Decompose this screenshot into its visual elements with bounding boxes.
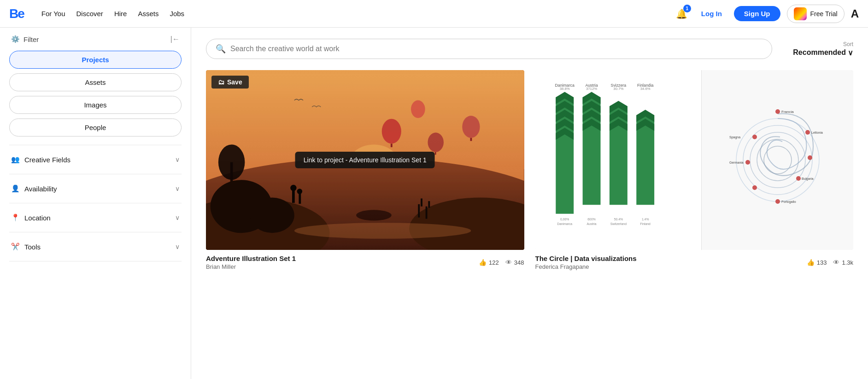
availability-section[interactable]: 👤 Availability ∨: [9, 178, 182, 199]
sort-chevron-icon: ∨: [848, 48, 853, 57]
svg-text:Danimarca: Danimarca: [557, 222, 572, 225]
card-1-views-count: 348: [514, 259, 524, 266]
svg-point-24: [356, 210, 392, 220]
svg-point-69: [808, 155, 812, 160]
sidebar-tabs: Projects Assets Images People: [9, 51, 182, 136]
availability-icon: 👤: [11, 184, 20, 193]
save-button-card-1[interactable]: 🗂 Save: [211, 76, 249, 89]
card-2-views-count: 1.3k: [842, 259, 853, 266]
like-icon: 👍: [479, 259, 487, 266]
nav-right-actions: 🔔 1 Log In Sign Up Free Trial A: [674, 5, 859, 23]
card1-illustration: [206, 70, 524, 250]
projects-grid: 🗂 Save Link to project - Adventure Illus…: [206, 70, 853, 270]
card-1-info: Adventure Illustration Set 1 Brian Mille…: [206, 255, 296, 270]
bar-chart-svg: Danimarca 38.8% Austria 3712% Svizzera 3…: [543, 79, 694, 241]
collapse-sidebar-button[interactable]: |←: [170, 35, 180, 43]
search-bar[interactable]: 🔍: [206, 39, 772, 59]
svg-point-15: [218, 144, 245, 180]
nav-for-you[interactable]: For You: [41, 10, 65, 18]
svg-point-70: [796, 176, 801, 181]
like-icon-2: 👍: [807, 259, 815, 266]
svg-text:3712%: 3712%: [586, 87, 597, 91]
sort-select[interactable]: Recommended ∨: [793, 48, 853, 57]
card-2-stats: 👍 133 👁 1.3k: [807, 259, 853, 266]
tools-chevron-icon: ∨: [175, 243, 180, 250]
svg-rect-7: [470, 138, 472, 141]
svg-point-19: [297, 189, 303, 194]
creative-fields-icon: 👥: [11, 155, 20, 164]
creative-fields-section[interactable]: 👥 Creative Fields ∨: [9, 149, 182, 170]
tab-images[interactable]: Images: [9, 96, 182, 114]
behance-logo[interactable]: Be: [9, 6, 24, 21]
svg-point-77: [752, 135, 757, 139]
card-1-title: Adventure Illustration Set 1: [206, 255, 296, 262]
svg-point-4: [428, 133, 444, 152]
svg-point-13: [250, 198, 294, 233]
nav-assets[interactable]: Assets: [138, 10, 158, 18]
svg-text:30.7%: 30.7%: [613, 87, 623, 91]
svg-rect-21: [421, 198, 422, 206]
creative-fields-label: Creative Fields: [24, 156, 70, 164]
card-1-author[interactable]: Brian Miller: [206, 263, 296, 270]
spiral-svg: Francia Lettonia Bulgaria Portogallo: [727, 77, 828, 243]
card-1-meta: Adventure Illustration Set 1 Brian Mille…: [206, 255, 524, 270]
card2-dataviz: Danimarca 38.8% Austria 3712% Svizzera 3…: [535, 70, 854, 250]
card-2-author[interactable]: Federica Fragapane: [535, 263, 637, 270]
signup-button[interactable]: Sign Up: [734, 6, 780, 21]
svg-rect-18: [299, 193, 301, 204]
svg-point-74: [752, 185, 757, 190]
nav-discover[interactable]: Discover: [76, 10, 103, 18]
content-area: 🔍 Sort Recommended ∨: [191, 28, 868, 379]
card1-svg: [206, 70, 524, 250]
tab-people[interactable]: People: [9, 118, 182, 136]
sidebar-divider-3: [9, 203, 182, 203]
filter-label-container: ⚙️ Filter: [11, 35, 39, 43]
svg-text:0,00%: 0,00%: [560, 218, 569, 221]
svg-point-75: [745, 160, 750, 165]
creative-fields-chevron-icon: ∨: [175, 156, 180, 163]
card-1-likes-count: 122: [489, 259, 499, 266]
tools-section[interactable]: ✂️ Tools ∨: [9, 236, 182, 257]
svg-text:Francia: Francia: [781, 110, 794, 114]
card-2-likes-count: 133: [817, 259, 827, 266]
svg-rect-3: [391, 144, 393, 148]
location-section[interactable]: 📍 Location ∨: [9, 207, 182, 228]
tools-label: Tools: [24, 243, 41, 251]
filter-header: ⚙️ Filter |←: [9, 35, 182, 43]
card2-barchart: Danimarca 38.8% Austria 3712% Svizzera 3…: [535, 70, 702, 250]
notification-badge: 1: [683, 5, 691, 12]
svg-text:Bulgaria: Bulgaria: [802, 177, 814, 181]
project-card-2[interactable]: Danimarca 38.8% Austria 3712% Svizzera 3…: [535, 70, 854, 270]
svg-text:Switzerland: Switzerland: [610, 222, 626, 225]
free-trial-button[interactable]: Free Trial: [787, 5, 845, 23]
card2-spiral: Francia Lettonia Bulgaria Portogallo: [702, 70, 853, 250]
sidebar-divider-2: [9, 174, 182, 174]
location-label: Location: [24, 214, 51, 222]
nav-hire[interactable]: Hire: [114, 10, 127, 18]
svg-point-8: [411, 101, 425, 118]
tab-assets[interactable]: Assets: [9, 73, 182, 91]
svg-rect-16: [292, 190, 295, 203]
svg-text:Austria: Austria: [586, 222, 596, 225]
svg-rect-5: [435, 152, 436, 155]
notification-button[interactable]: 🔔 1: [674, 6, 689, 21]
svg-rect-20: [418, 204, 420, 218]
sort-area: Sort Recommended ∨: [780, 41, 853, 57]
sidebar-divider-1: [9, 145, 182, 145]
nav-jobs[interactable]: Jobs: [170, 10, 184, 18]
top-navigation: Be For You Discover Hire Assets Jobs 🔔 1…: [0, 0, 868, 28]
project-card-1[interactable]: 🗂 Save Link to project - Adventure Illus…: [206, 70, 524, 270]
svg-text:1.4%: 1.4%: [641, 218, 649, 221]
svg-point-25: [294, 223, 471, 239]
eye-icon-2: 👁: [833, 259, 839, 266]
adobe-creative-icon: [794, 7, 807, 20]
svg-point-64: [764, 146, 792, 174]
login-button[interactable]: Log In: [696, 7, 727, 20]
availability-chevron-icon: ∨: [175, 185, 180, 192]
tools-icon: ✂️: [11, 243, 20, 251]
card-2-info: The Circle | Data visualizations Federic…: [535, 255, 637, 270]
tab-projects[interactable]: Projects: [9, 51, 182, 69]
eye-icon: 👁: [505, 259, 512, 266]
sidebar-divider-5: [9, 261, 182, 261]
search-input[interactable]: [230, 45, 762, 53]
